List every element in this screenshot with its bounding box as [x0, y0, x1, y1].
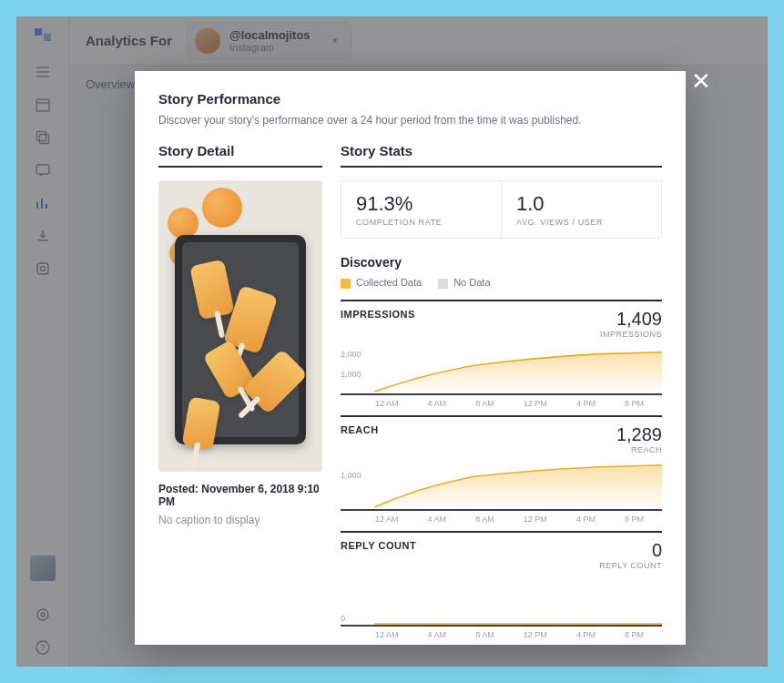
reach-label: REACH	[616, 445, 662, 454]
stat-avgviews: 1.0 AVG. VIEWS / USER	[501, 181, 661, 238]
reach-xaxis: 12 AM4 AM8 AM12 PM4 PM8 PM	[341, 511, 662, 524]
stats-header: Story Stats	[341, 143, 662, 168]
reach-name: REACH	[341, 424, 379, 435]
story-thumbnail	[158, 180, 322, 472]
app-shell: ? Analytics For @localmojitos Instagram …	[16, 16, 768, 667]
completion-label: COMPLETION RATE	[356, 218, 486, 227]
modal-subtitle: Discover your story's performance over a…	[158, 114, 662, 127]
stat-completion: 91.3% COMPLETION RATE	[341, 181, 501, 238]
reply-chart: 0	[341, 576, 662, 627]
completion-value: 91.3%	[356, 192, 486, 216]
impressions-value: 1,409	[600, 309, 662, 330]
swatch-nodata-icon	[438, 279, 448, 289]
chart-legend: Collected Data No Data	[341, 277, 662, 289]
legend-collected: Collected Data	[341, 277, 422, 289]
reply-label: REPLY COUNT	[599, 561, 662, 570]
reply-xaxis: 12 AM4 AM8 AM12 PM4 PM8 PM	[341, 627, 662, 639]
avgviews-label: AVG. VIEWS / USER	[516, 218, 647, 227]
reach-value: 1,289	[616, 424, 662, 445]
impressions-chart: 2,0001,000	[341, 344, 662, 395]
close-icon[interactable]: ✕	[691, 67, 711, 96]
legend-nodata: No Data	[438, 277, 490, 289]
impressions-label: IMPRESSIONS	[600, 330, 662, 339]
stat-cards: 91.3% COMPLETION RATE 1.0 AVG. VIEWS / U…	[341, 180, 662, 239]
detail-header: Story Detail	[158, 143, 322, 168]
swatch-collected-icon	[341, 279, 351, 289]
reach-chart: 1,000	[341, 460, 662, 511]
reply-value: 0	[599, 540, 662, 561]
story-performance-modal: Story Performance Discover your story's …	[135, 71, 686, 645]
story-posted-at: Posted: November 6, 2018 9:10 PM	[158, 483, 322, 508]
avgviews-value: 1.0	[516, 192, 647, 216]
discovery-header: Discovery	[341, 255, 662, 270]
reply-name: REPLY COUNT	[341, 540, 416, 551]
impressions-name: IMPRESSIONS	[341, 309, 415, 320]
metric-reply: REPLY COUNT 0 REPLY COUNT 0 12 AM4 AM	[341, 531, 662, 639]
impressions-xaxis: 12 AM4 AM8 AM12 PM4 PM8 PM	[341, 395, 662, 408]
modal-title: Story Performance	[158, 91, 662, 107]
metric-impressions: IMPRESSIONS 1,409 IMPRESSIONS 2,0001,000	[341, 300, 662, 408]
metric-reach: REACH 1,289 REACH 1,000	[341, 415, 662, 524]
story-caption-empty: No caption to display	[158, 514, 322, 526]
